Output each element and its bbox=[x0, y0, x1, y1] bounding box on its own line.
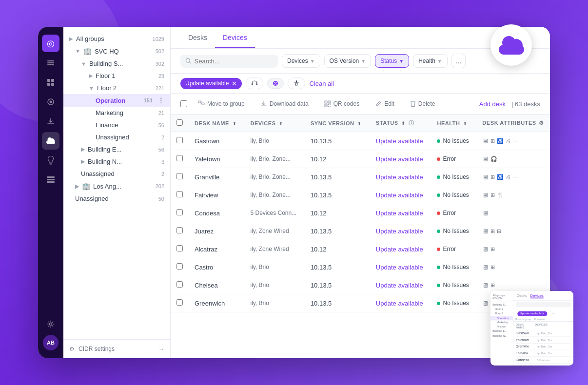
row-checkbox[interactable] bbox=[176, 191, 183, 197]
health-filter-btn[interactable]: Health ▼ bbox=[413, 54, 448, 68]
health-cell: No Issues bbox=[431, 132, 476, 150]
nav-camera[interactable] bbox=[42, 93, 59, 111]
row-checkbox[interactable] bbox=[176, 245, 183, 251]
x-filter-tag[interactable] bbox=[267, 78, 284, 89]
sidebar-item-floor1[interactable]: ▶ Floor 1 23 bbox=[63, 70, 170, 82]
move-to-group-btn[interactable]: Move to group bbox=[193, 97, 250, 110]
close-icon bbox=[273, 80, 278, 86]
search-input[interactable] bbox=[195, 58, 273, 65]
sync-version-cell: 10.13.5 bbox=[305, 222, 370, 240]
table-row: Granville ily, Brio, Zone... 10.13.5 Upd… bbox=[171, 168, 550, 186]
sidebar-item-svc-hq[interactable]: ▼ 🏢 SVC HQ 502 bbox=[63, 45, 170, 58]
nav-cloud[interactable] bbox=[42, 132, 59, 150]
nav-logo[interactable]: ◎ bbox=[42, 35, 59, 52]
col-status: STATUS ⬆ ⓘ bbox=[370, 115, 431, 132]
nav-settings[interactable] bbox=[42, 315, 59, 333]
delete-btn[interactable]: Delete bbox=[405, 97, 440, 110]
desks-table: DESK NAME ⬆ DEVICES ⬆ SYNC VERSION ⬆ S bbox=[171, 115, 550, 312]
sidebar-item-building-e[interactable]: ▶ Building E... 56 bbox=[63, 143, 170, 155]
os-version-filter-btn[interactable]: OS Version ▼ bbox=[324, 54, 372, 68]
health-cell: No Issues bbox=[431, 294, 476, 312]
row-checkbox[interactable] bbox=[176, 209, 183, 215]
devices-filter-btn[interactable]: Devices ▼ bbox=[282, 54, 320, 68]
sidebar-item-los-angeles[interactable]: ▶ 🏢 Los Ang... 202 bbox=[63, 180, 170, 192]
sidebar-item-building-s[interactable]: ▼ Building S... 302 bbox=[63, 58, 170, 70]
chevron-down-icon: ▼ bbox=[437, 58, 442, 64]
nav-bulb[interactable] bbox=[42, 152, 59, 169]
nav-table[interactable] bbox=[42, 171, 59, 189]
remove-filter-icon[interactable]: ✕ bbox=[232, 80, 237, 87]
sidebar-label: Building S... bbox=[89, 60, 123, 67]
sort-icon[interactable]: ⬆ bbox=[401, 121, 406, 126]
svg-rect-25 bbox=[329, 102, 330, 103]
more-options-icon[interactable]: ⋮ bbox=[157, 96, 164, 104]
table-row: Juarez ily, Zone Wired 10.13.5 Update av… bbox=[171, 222, 550, 240]
sort-icon[interactable]: ⬆ bbox=[279, 121, 283, 126]
sidebar-item-unassigned-3[interactable]: Unassigned 50 bbox=[63, 192, 170, 205]
row-checkbox[interactable] bbox=[176, 227, 183, 233]
sidebar-item-all-groups[interactable]: ▶ All groups 1029 bbox=[63, 33, 170, 45]
update-available-tag[interactable]: Update available ✕ bbox=[180, 78, 242, 89]
sort-icon[interactable]: ⬆ bbox=[233, 121, 237, 126]
select-all-checkbox[interactable] bbox=[180, 100, 187, 107]
devices-cell: ily, Brio, Zone... bbox=[244, 168, 304, 186]
sidebar-item-finance[interactable]: Finance 56 bbox=[63, 119, 170, 131]
more-filters-btn[interactable]: ... bbox=[451, 54, 466, 68]
sidebar-item-floor2[interactable]: ▼ Floor 2 221 bbox=[63, 82, 170, 94]
expand-arrow: ▶ bbox=[81, 146, 85, 153]
desk-name-cell: Chelsea bbox=[189, 276, 244, 294]
edit-btn[interactable]: Edit bbox=[370, 97, 399, 110]
headset-filter-tag[interactable] bbox=[246, 77, 263, 89]
edit-icon bbox=[375, 100, 382, 107]
tab-desks[interactable]: Desks bbox=[180, 27, 215, 48]
desk-attributes-cell: 🖥 bbox=[476, 204, 550, 222]
row-checkbox[interactable] bbox=[176, 155, 183, 161]
building-icon: 🏢 bbox=[83, 47, 92, 55]
nav-layers[interactable] bbox=[42, 54, 59, 72]
sidebar-item-marketing[interactable]: Marketing 21 bbox=[63, 107, 170, 119]
row-checkbox[interactable] bbox=[176, 299, 183, 306]
search-box[interactable] bbox=[180, 55, 278, 68]
cidr-settings-label: CIDR settings bbox=[78, 346, 115, 352]
add-desk-btn[interactable]: Add desk bbox=[479, 100, 506, 108]
row-checkbox[interactable] bbox=[176, 137, 183, 143]
svg-rect-2 bbox=[47, 64, 54, 65]
sidebar-label: Operation bbox=[96, 97, 125, 104]
row-checkbox[interactable] bbox=[176, 263, 183, 270]
download-icon bbox=[260, 100, 267, 107]
accessibility-filter-tag[interactable] bbox=[288, 77, 305, 89]
sidebar-count: 502 bbox=[156, 48, 164, 54]
svg-rect-30 bbox=[328, 106, 329, 107]
sidebar-label: Building E... bbox=[88, 146, 121, 153]
sidebar-item-unassigned-1[interactable]: Unassigned 2 bbox=[63, 131, 170, 143]
sidebar-count: 2 bbox=[161, 135, 164, 140]
qr-codes-btn[interactable]: QR codes bbox=[319, 97, 364, 110]
sidebar-label: Marketing bbox=[96, 109, 123, 116]
row-checkbox[interactable] bbox=[176, 281, 183, 288]
col-settings-icon[interactable]: ⚙ bbox=[539, 120, 544, 126]
nav-grid[interactable] bbox=[42, 74, 59, 91]
col-health: HEALTH ⬆ bbox=[431, 115, 476, 132]
status-filter-btn[interactable]: Status ▼ bbox=[375, 54, 409, 68]
desk-attributes-cell: 🖥⊞⊞ bbox=[476, 222, 550, 240]
download-data-btn[interactable]: Download data bbox=[255, 97, 314, 110]
sort-icon[interactable]: ⬆ bbox=[463, 121, 468, 126]
cidr-settings-footer[interactable]: ⚙ CIDR settings → bbox=[63, 339, 170, 358]
svg-rect-1 bbox=[47, 62, 54, 63]
user-avatar[interactable]: AB bbox=[43, 335, 59, 350]
sidebar-item-building-n[interactable]: ▶ Building N... 3 bbox=[63, 155, 170, 168]
row-checkbox-cell bbox=[171, 132, 189, 150]
sort-icon[interactable]: ⬆ bbox=[357, 121, 362, 126]
sidebar-item-operation[interactable]: Operation 151 ⋮ bbox=[63, 94, 170, 107]
clean-all-button[interactable]: Clean all bbox=[309, 80, 334, 87]
status-cell: Update available bbox=[370, 240, 431, 258]
sidebar-item-unassigned-2[interactable]: Unassigned 2 bbox=[63, 168, 170, 180]
table-row: Condesa 5 Devices Conn... 10.12 Update a… bbox=[171, 204, 550, 222]
row-checkbox-cell bbox=[171, 186, 189, 204]
svg-rect-9 bbox=[49, 163, 52, 164]
nav-download[interactable] bbox=[42, 113, 59, 130]
info-icon[interactable]: ⓘ bbox=[409, 120, 414, 126]
tab-devices[interactable]: Devices bbox=[215, 27, 255, 48]
select-all-th-checkbox[interactable] bbox=[176, 119, 183, 126]
row-checkbox[interactable] bbox=[176, 173, 183, 179]
